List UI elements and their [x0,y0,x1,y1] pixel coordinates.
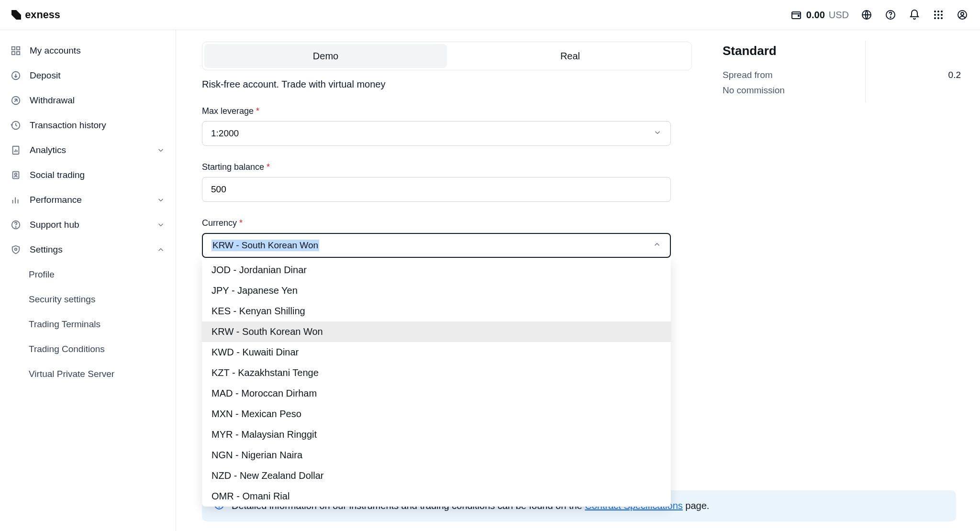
currency-option[interactable]: KZT - Kazakhstani Tenge [202,363,671,383]
sidebar-item-label: Security settings [29,294,95,305]
sidebar-item-label: My accounts [30,45,81,56]
max-leverage-label: Max leverage * [202,106,692,116]
currency-option[interactable]: MAD - Moroccan Dirham [202,383,671,404]
arrow-down-circle-icon [11,70,21,81]
chevron-down-icon [156,196,165,204]
max-leverage-select[interactable]: 1:2000 [202,121,671,146]
svg-point-27 [15,173,17,176]
currency-value: KRW - South Korean Won [212,240,319,251]
sidebar-item-label: Analytics [30,145,66,155]
tab-real[interactable]: Real [449,42,691,70]
account-type-tabs: Demo Real [202,42,692,70]
svg-rect-20 [17,47,20,50]
currency-option[interactable]: MXN - Mexican Peso [202,404,671,424]
spread-value: 0.2 [948,70,961,80]
balance-amount: 0.00 [806,10,825,21]
commission-label: No commission [723,85,785,96]
starting-balance-label: Starting balance * [202,162,692,172]
svg-point-18 [961,12,964,15]
svg-point-11 [934,14,935,15]
sidebar-item-performance[interactable]: Performance [0,188,176,212]
globe-icon[interactable] [860,9,873,21]
help-icon[interactable] [884,9,897,21]
exness-logo[interactable]: exness [7,8,83,22]
sidebar-sub-vps[interactable]: Virtual Private Server [0,362,176,386]
currency-option[interactable]: NGN - Nigerian Naira [202,445,671,465]
chevron-down-icon [653,128,662,139]
sidebar-item-label: Profile [29,269,55,280]
sidebar-item-label: Settings [30,244,63,255]
svg-rect-19 [12,47,15,50]
currency-option[interactable]: KWD - Kuwaiti Dinar [202,342,671,363]
currency-option[interactable]: JPY - Japanese Yen [202,280,671,301]
currency-option[interactable]: KES - Kenyan Shilling [202,301,671,321]
svg-point-4 [798,15,799,16]
sidebar-item-support-hub[interactable]: Support hub [0,213,176,237]
currency-option[interactable]: NZD - New Zealand Dollar [202,465,671,486]
svg-point-15 [937,17,939,19]
sidebar-item-label: Deposit [30,70,60,81]
starting-balance-input-wrap[interactable] [202,177,671,202]
panel-title: Standard [723,44,961,58]
balance-currency: USD [829,10,849,21]
currency-option[interactable]: KRW - South Korean Won [202,321,671,342]
grid-icon [11,45,21,56]
sidebar-item-label: Withdrawal [30,95,75,106]
topbar-right: 0.00 USD [790,9,969,21]
svg-point-10 [941,11,942,12]
sidebar-item-analytics[interactable]: Analytics [0,138,176,162]
svg-point-12 [937,14,939,15]
arrow-up-right-circle-icon [11,95,21,106]
sidebar-item-withdrawal[interactable]: Withdrawal [0,88,176,112]
shield-gear-icon [11,244,21,255]
account-icon[interactable] [956,9,969,21]
file-chart-icon [11,145,21,155]
sidebar-item-deposit[interactable]: Deposit [0,64,176,88]
sidebar-sub-trading-conditions[interactable]: Trading Conditions [0,337,176,361]
balance-display[interactable]: 0.00 USD [790,9,849,21]
currency-option[interactable]: MYR - Malaysian Ringgit [202,424,671,445]
apps-grid-icon[interactable] [932,9,945,21]
tab-label: Demo [313,51,338,62]
svg-rect-21 [12,52,15,55]
currency-dropdown[interactable]: INR - Indian RupeeJOD - Jordanian DinarJ… [202,258,671,507]
sidebar-item-social-trading[interactable]: Social trading [0,163,176,187]
vertical-divider [865,41,866,103]
bell-icon[interactable] [908,9,921,21]
chevron-down-icon [156,221,165,229]
svg-text:exness: exness [25,9,60,21]
svg-rect-22 [17,52,20,55]
chevron-up-icon [156,245,165,254]
currency-label: Currency * [202,218,692,228]
svg-point-30 [15,248,17,251]
starting-balance-input[interactable] [211,184,662,195]
svg-point-7 [890,17,891,18]
history-icon [11,120,21,131]
tab-description: Risk-free account. Trade with virtual mo… [202,79,692,90]
chevron-down-icon [156,146,165,155]
sidebar-item-label: Performance [30,195,82,205]
currency-select[interactable]: KRW - South Korean Won [202,233,671,258]
sidebar-item-transaction-history[interactable]: Transaction history [0,113,176,137]
sidebar-item-my-accounts[interactable]: My accounts [0,39,176,63]
chevron-up-icon [653,240,661,251]
svg-point-16 [941,17,942,19]
form-area: Demo Real Risk-free account. Trade with … [176,30,707,531]
sidebar-item-label: Trading Terminals [29,319,100,330]
sidebar-sub-trading-terminals[interactable]: Trading Terminals [0,312,176,336]
sidebar-sub-security-settings[interactable]: Security settings [0,288,176,311]
sidebar-item-label: Trading Conditions [29,344,105,354]
tab-demo[interactable]: Demo [204,44,447,68]
sidebar-sub-profile[interactable]: Profile [0,263,176,287]
sidebar-item-settings[interactable]: Settings [0,238,176,262]
currency-option[interactable]: JOD - Jordanian Dinar [202,260,671,280]
help-circle-icon [11,220,21,230]
sidebar-item-label: Social trading [30,170,85,180]
sidebar-item-label: Support hub [30,220,79,230]
bar-chart-icon [11,195,21,205]
tab-label: Real [560,51,580,62]
spread-row: Spread from 0.2 [723,70,961,80]
account-summary-panel: Standard Spread from 0.2 No commission [707,30,980,531]
currency-option[interactable]: OMR - Omani Rial [202,486,671,507]
users-icon [11,170,21,180]
